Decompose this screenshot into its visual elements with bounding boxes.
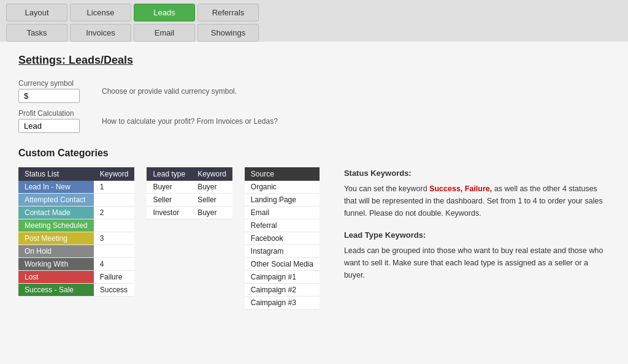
page-title: Settings: Leads/Deals [18, 54, 610, 67]
source-cell: Facebook [245, 232, 320, 245]
keyword-cell: Success [94, 284, 135, 297]
leadtype-cell: Seller [147, 194, 191, 207]
profit-wrapper: Profit Calculation [18, 109, 86, 133]
leadtype-keyword-cell: Seller [191, 194, 232, 207]
status-cell: Attempted Contact [18, 194, 94, 207]
keyword-cell: Failure [94, 271, 135, 284]
leadtype-keywords-title: Lead Type Keywords: [344, 229, 610, 242]
table-row: Working With 4 [18, 258, 134, 271]
table-row: Instagram [245, 245, 320, 258]
table-row: Caimpaign #2 [245, 284, 320, 297]
source-cell: Landing Page [245, 194, 320, 207]
table-row: Success - Sale Success [18, 284, 134, 297]
table-row: Caimpaign #1 [245, 271, 320, 284]
keyword-cell: 4 [94, 258, 135, 271]
main-content: Settings: Leads/Deals Currency symbol Ch… [0, 42, 628, 364]
table-row: Organic [245, 181, 320, 194]
keyword-cell [94, 245, 135, 258]
source-cell: Other Social Media [245, 258, 320, 271]
settings-form: Currency symbol Choose or provide valid … [18, 79, 610, 133]
leadtype-cell: Investor [147, 207, 191, 219]
status-cell: Lost [18, 271, 94, 284]
custom-categories-title: Custom Categories [18, 148, 610, 159]
currency-wrapper: Currency symbol [18, 79, 86, 103]
currency-input[interactable] [18, 89, 80, 103]
nav-showings[interactable]: Showings [197, 24, 259, 42]
table-row: Email [245, 207, 320, 219]
status-cell: Working With [18, 258, 94, 271]
table-row: Post Meeting 3 [18, 232, 134, 245]
currency-hint: Choose or provide valid currency symbol. [102, 87, 237, 96]
nav-layout[interactable]: Layout [6, 4, 67, 21]
table-row: Seller Seller [147, 194, 232, 207]
status-cell: Success - Sale [18, 284, 94, 297]
table-row: Landing Page [245, 194, 320, 207]
nav-license[interactable]: License [70, 4, 131, 21]
currency-field-group: Currency symbol Choose or provide valid … [18, 79, 610, 103]
table-row: Lost Failure [18, 271, 134, 284]
source-col-header: Source [245, 167, 320, 181]
nav-row-2: Tasks Invoices Email Showings [6, 24, 622, 42]
nav-referrals[interactable]: Referrals [197, 4, 259, 21]
source-cell: Caimpaign #2 [245, 284, 320, 297]
source-table: Source Organic Landing Page Email Referr… [245, 167, 320, 309]
status-info-text1: You can set the keyword [344, 184, 429, 193]
leadtype-keyword-cell: Buyer [191, 181, 232, 194]
keyword-cell: 3 [94, 232, 135, 245]
status-keywords-block: Status Keywords: You can set the keyword… [344, 167, 610, 219]
leadtype-table: Lead type Keyword Buyer Buyer Seller Sel… [147, 167, 232, 219]
status-col-header: Status List [18, 167, 94, 181]
leadtype-keyword-cell: Buyer [191, 207, 232, 219]
profit-label: Profit Calculation [18, 109, 86, 118]
status-highlight: Success, Failure, [429, 184, 492, 193]
source-cell: Email [245, 207, 320, 219]
nav-tasks[interactable]: Tasks [6, 24, 67, 42]
source-cell: Instagram [245, 245, 320, 258]
keyword-col-header: Keyword [94, 167, 135, 181]
table-row: Other Social Media [245, 258, 320, 271]
profit-field-group: Profit Calculation How to calculate your… [18, 109, 610, 133]
leadtype-col-header: Lead type [147, 167, 191, 181]
nav-invoices[interactable]: Invoices [70, 24, 131, 42]
table-row: Referral [245, 219, 320, 232]
table-row: Investor Buyer [147, 207, 232, 219]
info-section: Status Keywords: You can set the keyword… [332, 167, 610, 291]
leadtype-keywords-block: Lead Type Keywords: Leads can be grouped… [344, 229, 610, 281]
tables-row: Status List Keyword Lead In - New 1 Atte… [18, 167, 610, 309]
nav-bar: Layout License Leads Referrals Tasks Inv… [0, 0, 628, 42]
status-cell: Contact Made [18, 207, 94, 219]
leadtype-keyword-header: Keyword [191, 167, 232, 181]
source-cell: Referral [245, 219, 320, 232]
leadtype-info-text: Leads can be grouped into those who want… [344, 246, 603, 279]
profit-input[interactable] [18, 119, 80, 133]
keyword-cell: 2 [94, 207, 135, 219]
source-cell: Caimpaign #3 [245, 297, 320, 309]
nav-row-1: Layout License Leads Referrals [6, 4, 622, 21]
table-row: Facebook [245, 232, 320, 245]
leadtype-cell: Buyer [147, 181, 191, 194]
nav-email[interactable]: Email [134, 24, 195, 42]
table-row: On Hold [18, 245, 134, 258]
nav-leads[interactable]: Leads [134, 4, 195, 21]
keyword-cell [94, 194, 135, 207]
currency-label: Currency symbol [18, 79, 86, 88]
status-cell: Lead In - New [18, 181, 94, 194]
table-row: Buyer Buyer [147, 181, 232, 194]
status-cell: Post Meeting [18, 232, 94, 245]
status-keywords-title: Status Keywords: [344, 167, 610, 180]
table-row: Contact Made 2 [18, 207, 134, 219]
keyword-cell [94, 219, 135, 232]
keyword-cell: 1 [94, 181, 135, 194]
table-row: Attempted Contact [18, 194, 134, 207]
status-cell: Meeting Scheduled [18, 219, 94, 232]
profit-hint: How to calculate your profit? From Invoi… [102, 117, 278, 126]
table-row: Meeting Scheduled [18, 219, 134, 232]
status-cell: On Hold [18, 245, 94, 258]
source-cell: Caimpaign #1 [245, 271, 320, 284]
source-cell: Organic [245, 181, 320, 194]
table-row: Lead In - New 1 [18, 181, 134, 194]
status-table: Status List Keyword Lead In - New 1 Atte… [18, 167, 134, 297]
table-row: Caimpaign #3 [245, 297, 320, 309]
